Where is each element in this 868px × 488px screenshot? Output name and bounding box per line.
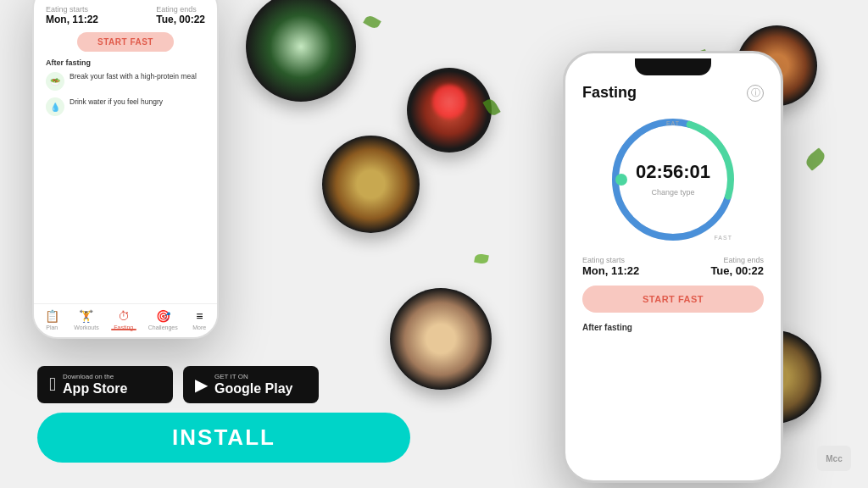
fasting-icon: ⏱ [118, 309, 130, 323]
eating-starts-label-right: Eating starts [582, 256, 639, 264]
google-play-text: GET IT ON Google Play [214, 373, 292, 396]
eating-ends-time-left: Tue, 00:22 [156, 14, 205, 25]
challenges-icon: 🎯 [156, 309, 170, 323]
info-icon[interactable]: ⓘ [747, 85, 764, 102]
app-store-line1: Download on the [63, 373, 127, 380]
nav-plan[interactable]: 📋 Plan [45, 309, 59, 330]
leaf-5 [804, 147, 828, 171]
eating-ends-label-left: Eating ends [156, 5, 205, 14]
app-store-button[interactable]:  Download on the App Store [37, 366, 173, 403]
phone-left-content: Eating starts Mon, 11:22 Eating ends Tue… [34, 0, 217, 131]
start-fast-button-right[interactable]: START FAST [582, 286, 764, 313]
change-type: Change type [651, 188, 694, 197]
eating-starts-left: Eating starts Mon, 11:22 [46, 5, 98, 25]
tip-icon-2: 💧 [46, 97, 64, 116]
google-play-line2: Google Play [214, 380, 292, 396]
leaf-4 [474, 253, 489, 265]
red-decoration [432, 85, 466, 119]
apple-icon:  [49, 374, 56, 396]
eating-times-right: Eating starts Mon, 11:22 Eating ends Tue… [582, 256, 764, 277]
food-plate-4 [390, 288, 492, 390]
nav-challenges-label: Challenges [148, 324, 178, 330]
nav-plan-label: Plan [46, 324, 58, 330]
phone-right-top [565, 53, 781, 75]
store-buttons:  Download on the App Store ▶ GET IT ON … [37, 366, 319, 403]
app-store-text: Download on the App Store [63, 373, 127, 396]
timer-display: 02:56:01 [636, 161, 710, 183]
after-fasting-section: After fasting 🥗 Break your fast with a h… [46, 58, 205, 116]
app-store-line2: App Store [63, 380, 127, 396]
eating-ends-left: Eating ends Tue, 00:22 [156, 5, 205, 25]
green-dot [615, 174, 627, 186]
phone-right-notch [635, 58, 711, 75]
after-fasting-title-right: After fasting [582, 323, 764, 332]
after-fasting-title-left: After fasting [46, 58, 205, 67]
google-play-button[interactable]: ▶ GET IT ON Google Play [183, 366, 319, 403]
google-play-line1: GET IT ON [214, 373, 292, 380]
nav-fasting[interactable]: ⏱ Fasting [114, 309, 133, 330]
fasting-header: Fasting ⓘ [582, 84, 764, 102]
phone-left: Eating starts Mon, 11:22 Eating ends Tue… [32, 0, 219, 339]
eating-times-row: Eating starts Mon, 11:22 Eating ends Tue… [46, 5, 205, 25]
eating-starts-time-right: Mon, 11:22 [582, 264, 639, 277]
nav-challenges[interactable]: 🎯 Challenges [148, 309, 178, 330]
eating-starts-right: Eating starts Mon, 11:22 [582, 256, 639, 277]
timer-circle-container: EAT FAST 02:56:01 Change type [605, 112, 741, 247]
nav-workouts[interactable]: 🏋 Workouts [74, 309, 98, 330]
eating-starts-label-left: Eating starts [46, 5, 98, 14]
nav-workouts-label: Workouts [74, 324, 98, 330]
google-play-icon: ▶ [195, 374, 208, 395]
nav-more[interactable]: ≡ More [192, 309, 206, 330]
watermark: Mcc [817, 446, 851, 471]
food-plate-1 [246, 0, 356, 102]
eating-ends-label-right: Eating ends [710, 256, 764, 264]
start-fast-button-left[interactable]: START FAST [77, 32, 174, 52]
tip-text-2: Drink water if you feel hungry [70, 97, 163, 107]
food-plate-3 [322, 136, 420, 233]
bottom-nav: 📋 Plan 🏋 Workouts ⏱ Fasting 🎯 Challenges… [34, 303, 217, 337]
fasting-active-indicator [111, 329, 136, 330]
eating-ends-right: Eating ends Tue, 00:22 [710, 256, 764, 277]
phone-right-content: Fasting ⓘ EAT FAST 02:56:01 Change type [565, 75, 781, 341]
install-button[interactable]: INSTALL [37, 413, 410, 463]
tip-item-2: 💧 Drink water if you feel hungry [46, 97, 205, 116]
more-icon: ≡ [196, 309, 203, 323]
nav-more-label: More [192, 324, 206, 330]
fast-label: FAST [714, 235, 732, 241]
tip-text-1: Break your fast with a high-protein meal [70, 72, 197, 81]
fasting-title: Fasting [582, 84, 637, 102]
workouts-icon: 🏋 [79, 309, 93, 323]
timer-text: 02:56:01 Change type [636, 161, 710, 198]
plan-icon: 📋 [45, 309, 59, 323]
tip-icon-1: 🥗 [46, 72, 64, 91]
eating-ends-time-right: Tue, 00:22 [710, 264, 764, 277]
tip-item-1: 🥗 Break your fast with a high-protein me… [46, 72, 205, 91]
phone-right: Fasting ⓘ EAT FAST 02:56:01 Change type [563, 51, 783, 483]
leaf-1 [363, 14, 381, 30]
eat-label: EAT [666, 120, 680, 126]
eating-starts-time-left: Mon, 11:22 [46, 14, 98, 25]
